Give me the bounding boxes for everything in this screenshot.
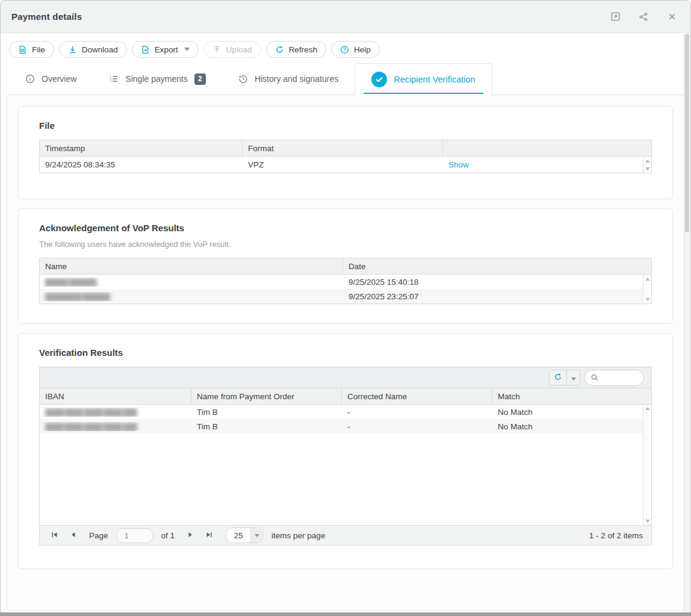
recipient-verification-panel: File Timestamp Format 9/24/2025 08:34:35…	[7, 95, 684, 611]
window-scrollbar-thumb[interactable]	[685, 34, 689, 232]
payment-details-window: Payment details	[0, 0, 691, 616]
file-timestamp-cell: 9/24/2025 08:34:35	[40, 160, 243, 169]
column-header-format: Format	[243, 140, 443, 156]
items-per-page-label: items per page	[271, 531, 325, 540]
next-page-button[interactable]	[184, 529, 197, 542]
file-table-scrollbar[interactable]	[643, 157, 651, 173]
caret-down-icon	[571, 373, 576, 382]
scroll-up-icon[interactable]	[645, 278, 650, 281]
table-row: █████ ██████ 9/25/2025 15:40:18	[40, 275, 651, 289]
verification-grid-body: ████ ████ ████ ████ ███ Tim B - No Match…	[40, 405, 651, 525]
page-label: Page	[89, 531, 108, 540]
acknowledgement-date-cell: 9/25/2025 15:40:18	[343, 278, 651, 287]
file-table-header: Timestamp Format	[40, 140, 651, 157]
toolbar: File Download Export	[1, 33, 690, 63]
tab-recipient-verification[interactable]: Recipient Verification	[355, 63, 492, 95]
previous-page-button[interactable]	[67, 529, 80, 542]
help-button-label: Help	[354, 45, 371, 54]
tab-overview-label: Overview	[42, 74, 76, 84]
verification-results-section: Verification Results	[18, 333, 673, 569]
corrected-name-cell: -	[342, 408, 492, 417]
refresh-icon	[554, 373, 562, 383]
redacted-iban: ████ ████ ████ ████ ███	[45, 423, 137, 431]
tab-overview[interactable]: Overview	[9, 63, 93, 95]
previous-page-icon	[70, 531, 77, 540]
refresh-icon	[275, 45, 284, 54]
page-size-dropdown[interactable]: 25	[226, 527, 264, 543]
name-from-payment-order-cell: Tim B	[191, 408, 342, 417]
window-title: Payment details	[11, 11, 82, 22]
close-icon	[668, 12, 677, 21]
refresh-button-label: Refresh	[289, 45, 317, 54]
page-of-label: of 1	[161, 531, 175, 540]
upload-button[interactable]: Upload	[203, 41, 261, 58]
scroll-down-icon[interactable]	[645, 298, 650, 301]
refresh-button[interactable]: Refresh	[266, 41, 326, 58]
scroll-up-icon[interactable]	[645, 160, 650, 163]
tab-history-and-signatures[interactable]: History and signatures	[222, 63, 355, 95]
share-icon	[639, 12, 648, 22]
table-row: ████ ████ ████ ████ ███ Tim B - No Match	[40, 419, 651, 434]
column-header-action	[443, 140, 651, 156]
first-page-button[interactable]	[48, 529, 61, 542]
search-icon	[590, 373, 599, 382]
file-section-heading: File	[39, 120, 652, 131]
scroll-down-icon[interactable]	[645, 520, 650, 523]
export-button[interactable]: Export	[132, 41, 199, 58]
table-row: ████████ ██████ 9/25/2025 23:25:07	[40, 289, 651, 303]
open-in-window-button[interactable]	[610, 11, 621, 22]
acknowledgement-table-scrollbar[interactable]	[643, 275, 651, 303]
help-button[interactable]: Help	[331, 41, 380, 58]
pager-range-label: 1 - 2 of 2 items	[589, 531, 643, 540]
tabstrip: Overview Single payments 2 History and s…	[1, 63, 690, 95]
scroll-up-icon[interactable]	[645, 407, 650, 410]
help-question-icon	[340, 45, 349, 54]
tab-history-and-signatures-label: History and signatures	[255, 74, 338, 84]
acknowledgement-heading: Acknowledgement of VoP Results	[39, 223, 652, 233]
download-icon	[68, 45, 77, 54]
file-button[interactable]: File	[9, 41, 54, 58]
upload-button-label: Upload	[226, 45, 252, 54]
table-row: 9/24/2025 08:34:35 VPZ Show	[40, 157, 651, 173]
acknowledgement-date-cell: 9/25/2025 23:25:07	[343, 292, 651, 301]
open-in-window-icon	[610, 11, 621, 22]
list-icon	[109, 74, 119, 84]
export-button-label: Export	[155, 45, 178, 54]
share-button[interactable]	[638, 11, 649, 22]
acknowledgement-section: Acknowledgement of VoP Results The follo…	[18, 208, 673, 324]
download-button-label: Download	[82, 45, 118, 54]
caret-down-icon	[250, 528, 263, 543]
pager: Page of 1 25	[40, 525, 651, 545]
file-section: File Timestamp Format 9/24/2025 08:34:35…	[18, 106, 673, 199]
close-button[interactable]	[666, 11, 677, 22]
redacted-name: █████ ██████	[45, 278, 96, 287]
search-input[interactable]	[603, 373, 639, 382]
verification-table-header: IBAN Name from Payment Order Corrected N…	[40, 388, 651, 405]
page-size-value: 25	[226, 528, 250, 543]
file-format-cell: VPZ	[243, 160, 443, 169]
grid-refresh-button[interactable]	[550, 370, 566, 385]
name-from-payment-order-cell: Tim B	[191, 422, 342, 431]
grid-search-box	[584, 370, 644, 386]
tab-single-payments[interactable]: Single payments 2	[93, 63, 222, 95]
export-caret-down-icon	[184, 48, 190, 51]
grid-refresh-dropdown-button[interactable]	[566, 370, 580, 385]
verification-grid-scrollbar[interactable]	[643, 405, 651, 525]
match-cell: No Match	[492, 422, 651, 431]
last-page-button[interactable]	[202, 529, 215, 542]
export-document-icon	[141, 45, 150, 54]
show-link[interactable]: Show	[448, 160, 469, 169]
window-scrollbar[interactable]	[684, 34, 690, 612]
corrected-name-cell: -	[342, 422, 492, 431]
page-number-input[interactable]	[116, 528, 153, 543]
column-header-iban: IBAN	[40, 388, 191, 404]
acknowledgement-table: Name Date █████ ██████ 9/25/2025 15:40:1…	[39, 258, 652, 304]
redacted-name: ████████ ██████	[45, 293, 110, 301]
tab-single-payments-label: Single payments	[125, 74, 188, 84]
single-payments-count-badge: 2	[194, 73, 206, 85]
download-button[interactable]: Download	[59, 41, 127, 58]
column-header-timestamp: Timestamp	[40, 140, 243, 156]
scroll-down-icon[interactable]	[645, 167, 650, 170]
titlebar: Payment details	[1, 1, 690, 33]
file-button-label: File	[32, 45, 45, 54]
